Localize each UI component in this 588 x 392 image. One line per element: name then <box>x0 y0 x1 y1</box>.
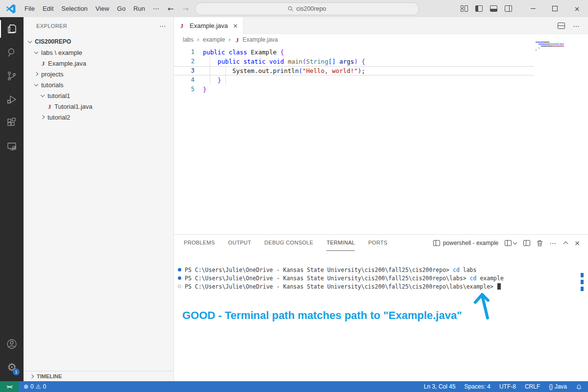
search-icon <box>288 6 294 12</box>
tree-item-label: tutorial1 <box>48 92 70 99</box>
search-icon-activity[interactable] <box>0 41 24 64</box>
tree-item-tutorial2[interactable]: tutorial2 <box>24 112 173 122</box>
menu-view[interactable]: View <box>92 0 113 17</box>
back-arrow-icon[interactable]: ← <box>163 4 178 13</box>
terminal-line: PS C:\Users\Julie\OneDrive - Kansas Stat… <box>174 274 588 282</box>
status-utf-8[interactable]: UTF-8 <box>499 383 516 390</box>
tree-item-tutorial1-java[interactable]: JTutorial1.java <box>24 101 173 112</box>
java-file-icon: J <box>47 103 52 110</box>
tree-item-projects[interactable]: projects <box>24 69 173 79</box>
code-editor[interactable]: 1public class Example {2 public static v… <box>174 45 588 94</box>
code-token <box>203 57 218 66</box>
close-panel-icon[interactable]: × <box>574 239 580 247</box>
close-button[interactable]: × <box>566 0 588 17</box>
code-line-4: 4 } <box>174 75 588 85</box>
toggle-panel-icon[interactable] <box>490 5 497 12</box>
breadcrumb-item-example.java[interactable]: Example.java <box>243 36 278 43</box>
search-input[interactable]: cis200repo <box>195 2 419 15</box>
explorer-icon[interactable] <box>0 17 24 41</box>
settings-badge: 1 <box>13 368 20 375</box>
remote-explorer-icon[interactable] <box>0 135 24 158</box>
new-terminal-dropdown[interactable] <box>505 240 517 246</box>
tree-item-labs-example[interactable]: labs \ example <box>24 47 173 58</box>
status-ln-3-col-45[interactable]: Ln 3, Col 45 <box>424 383 456 390</box>
title-bar: FileEditSelectionViewGoRun⋯ ← → cis200re… <box>0 0 588 17</box>
panel-tab-output[interactable]: OUTPUT <box>228 235 251 251</box>
code-token: ) <box>354 57 362 66</box>
error-icon: ⊗ <box>24 383 28 390</box>
maximize-button[interactable] <box>544 0 566 17</box>
activity-bar: ⚙ 1 <box>0 17 24 381</box>
tree-item-tutorials[interactable]: tutorials <box>24 79 173 90</box>
panel-tab-terminal[interactable]: TERMINAL <box>326 235 355 251</box>
breadcrumb-separator: › <box>197 36 199 43</box>
warning-count: 0 <box>43 383 47 390</box>
statusbar-right: Ln 3, Col 45Spaces: 4UTF-8CRLF{} Java <box>424 383 582 390</box>
tab-label: Example.java <box>190 22 228 29</box>
status-crlf[interactable]: CRLF <box>525 383 540 390</box>
code-line-1: 1public class Example { <box>174 48 588 57</box>
panel-more-actions-icon[interactable]: ⋯ <box>549 239 557 247</box>
terminal-command: cd <box>449 267 460 273</box>
kill-terminal-icon[interactable] <box>537 240 543 246</box>
menu-edit[interactable]: Edit <box>39 0 57 17</box>
toggle-secondary-sidebar-icon[interactable] <box>505 5 512 12</box>
annotation-text: GOOD - Terminal path matches path to "Ex… <box>182 309 462 322</box>
maximize-panel-icon[interactable] <box>563 241 568 245</box>
editor-more-actions-icon[interactable]: ⋯ <box>573 22 580 30</box>
forward-arrow-icon[interactable]: → <box>178 4 194 13</box>
chevron-down-icon <box>40 93 46 98</box>
toggle-primary-sidebar-icon[interactable] <box>475 5 483 12</box>
status-spaces-4[interactable]: Spaces: 4 <box>465 383 490 390</box>
tree-item-example-java[interactable]: JExample.java <box>24 58 173 69</box>
timeline-section[interactable]: TIMELINE <box>24 371 173 381</box>
warning-icon: ⚠ <box>36 383 41 390</box>
split-editor-icon[interactable] <box>558 23 565 29</box>
tree-item-tutorial1[interactable]: tutorial1 <box>24 90 173 101</box>
notifications-bell-icon[interactable] <box>576 384 582 390</box>
scrollbar-decoration <box>581 273 584 277</box>
sidebar-more-actions-icon[interactable]: ⋯ <box>159 22 167 30</box>
settings-gear-icon[interactable]: ⚙ 1 <box>0 356 24 379</box>
command-decoration-icon <box>178 268 181 271</box>
minimap-line <box>536 48 564 49</box>
breadcrumb-separator: › <box>228 36 231 43</box>
indent-guide <box>210 57 210 85</box>
extensions-icon[interactable] <box>0 111 24 135</box>
minimap[interactable] <box>536 42 564 51</box>
status-bar: >< ⊗ 0 ⚠ 0 Ln 3, Col 45Spaces: 4UTF-8CRL… <box>0 381 588 392</box>
remote-indicator[interactable]: >< <box>0 381 19 392</box>
panel-tab-problems[interactable]: PROBLEMS <box>184 235 215 251</box>
terminal-selector[interactable]: powershell - example <box>433 240 498 246</box>
panel-tab-ports[interactable]: PORTS <box>368 235 387 251</box>
terminal-profile-icon <box>505 240 512 246</box>
tree-item-cis200repo[interactable]: CIS200REPO <box>24 36 173 47</box>
source-control-icon[interactable] <box>0 64 24 88</box>
close-tab-icon[interactable]: × <box>233 22 238 29</box>
terminal-output[interactable]: PS C:\Users\Julie\OneDrive - Kansas Stat… <box>174 251 588 291</box>
split-terminal-icon[interactable] <box>523 240 530 246</box>
code-token: } <box>203 85 207 94</box>
tab-example-java[interactable]: J Example.java × <box>174 17 244 34</box>
indent-guide <box>225 66 226 85</box>
menu-selection[interactable]: Selection <box>57 0 91 17</box>
status--java[interactable]: {} Java <box>549 383 567 390</box>
menu-run[interactable]: Run <box>129 0 149 17</box>
java-file-icon: J <box>179 23 185 29</box>
customize-layout-icon[interactable] <box>461 5 468 12</box>
run-debug-icon[interactable] <box>0 88 24 111</box>
menu-file[interactable]: File <box>21 0 39 17</box>
accounts-icon[interactable] <box>0 332 24 356</box>
menu-go[interactable]: Go <box>113 0 129 17</box>
chevron-right-icon <box>29 373 35 379</box>
problems-status[interactable]: ⊗ 0 ⚠ 0 <box>24 383 46 390</box>
breadcrumb-item-example[interactable]: example <box>203 36 225 43</box>
terminal-icon <box>433 240 440 246</box>
scrollbar-decoration <box>581 280 584 284</box>
minimize-button[interactable] <box>522 0 544 17</box>
panel-tabs: PROBLEMSOUTPUTDEBUG CONSOLETERMINALPORTS <box>184 235 401 251</box>
menu-more[interactable]: ⋯ <box>149 0 163 17</box>
code-token: void <box>269 57 288 66</box>
panel-tab-debug-console[interactable]: DEBUG CONSOLE <box>265 235 314 251</box>
breadcrumb-item-labs[interactable]: labs <box>183 36 194 43</box>
